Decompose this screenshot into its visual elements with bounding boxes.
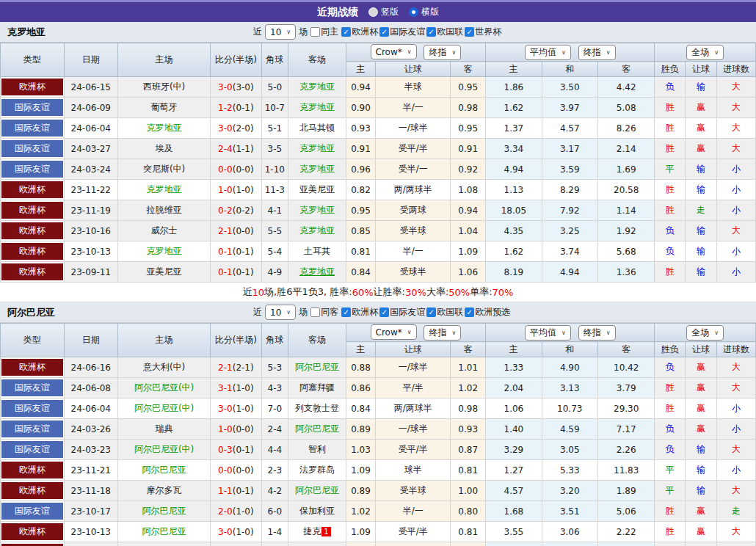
radio-unselected-icon[interactable] [409, 7, 418, 17]
league-filter-0[interactable]: ✓欧洲杯 [341, 306, 378, 318]
home-team-link[interactable]: 阿尔巴尼亚(中) [134, 382, 194, 393]
average-select[interactable]: 平均值∨ [525, 325, 571, 341]
home-team-link[interactable]: 阿尔巴尼亚 [142, 465, 186, 475]
odds-time-select[interactable]: 终指∨ [424, 325, 461, 341]
odds-time-select-value: 终指 [429, 46, 446, 59]
league-filter-3[interactable]: ✓世界杯 [465, 26, 501, 38]
league-filter-3[interactable]: ✓欧洲预选 [465, 306, 510, 318]
league-type-badge[interactable]: 欧洲杯 [1, 181, 63, 198]
odds-time-select[interactable]: 终指∨ [424, 45, 461, 60]
away-team-link[interactable]: 阿尔巴尼亚 [295, 423, 339, 434]
cell-result-match: 负 [655, 77, 686, 98]
cell-avg-home: 1.62 [486, 241, 542, 262]
league-filter-1[interactable]: ✓国际友谊 [379, 306, 425, 318]
checkbox-icon[interactable]: ✓ [379, 307, 389, 317]
league-filter-label: 欧洲预选 [475, 306, 510, 318]
half-score: (0-0) [233, 465, 254, 476]
league-type-badge[interactable]: 欧洲杯 [1, 243, 63, 260]
bookmaker-select[interactable]: Crow*∨ [371, 324, 417, 340]
checkbox-icon[interactable]: ✓ [341, 307, 351, 317]
cell-home-team: 威尔士 [117, 221, 210, 241]
checkbox-icon[interactable] [310, 307, 320, 317]
scope-select[interactable]: 全场∨ [686, 325, 724, 341]
away-team-link[interactable]: 克罗地亚 [299, 205, 335, 215]
subcol-result-goals: 进球数 [716, 342, 755, 357]
match-count-select[interactable]: 10 ∨ [265, 24, 296, 40]
home-team-link[interactable]: 阿尔巴尼亚 [142, 526, 186, 536]
full-score: 0-2 [218, 205, 233, 216]
league-type-badge[interactable]: 国际友谊 [1, 421, 63, 437]
away-team-link[interactable]: 克罗地亚 [299, 143, 335, 153]
checkbox-icon[interactable]: ✓ [465, 27, 474, 37]
average-time-select[interactable]: 终指∨ [578, 45, 616, 60]
layout-radio-horizontal[interactable]: 横版 [409, 6, 439, 18]
same-venue-checkbox[interactable]: 同客 [310, 306, 338, 318]
full-score: 3-1 [218, 383, 233, 393]
away-team-link[interactable]: 克罗地亚 [299, 81, 335, 92]
subcol-result: 胜负 [655, 342, 686, 357]
home-team-link[interactable]: 阿尔巴尼亚(中) [134, 403, 194, 413]
match-row: 欧洲杯24-06-16意大利(中)2-1(2-1)5-3阿尔巴尼亚0.88一/球… [1, 357, 756, 378]
away-team-link[interactable]: 克罗地亚 [299, 266, 335, 277]
league-type-badge[interactable]: 欧洲杯 [1, 482, 63, 499]
checkbox-icon[interactable]: ✓ [426, 307, 436, 317]
scope-select-value: 全场 [691, 46, 709, 59]
checkbox-icon[interactable] [310, 27, 320, 37]
league-type-badge[interactable]: 国际友谊 [1, 503, 63, 520]
league-type-badge[interactable]: 欧洲杯 [1, 222, 63, 239]
cell-odds-home: 0.92 [346, 542, 376, 546]
same-venue-checkbox[interactable]: 同主 [310, 26, 338, 38]
cell-league: 欧洲杯 [1, 262, 65, 283]
cell-score: 2-0(1-0) [211, 501, 261, 522]
league-type-badge[interactable]: 欧洲杯 [1, 79, 63, 95]
home-team-link[interactable]: 克罗地亚 [147, 246, 182, 256]
average-select-value: 平均值 [530, 327, 556, 339]
bookmaker-select-cell: Crow*∨ 终指∨ [346, 324, 486, 342]
match-count-select[interactable]: 10 ∨ [265, 305, 296, 320]
layout-radio-vertical[interactable]: 竖版 [368, 6, 399, 18]
league-type-badge[interactable]: 欧洲杯 [1, 263, 63, 280]
league-type-badge[interactable]: 国际友谊 [1, 161, 63, 178]
away-team-link[interactable]: 克罗地亚 [299, 164, 335, 174]
home-team-link[interactable]: 阿尔巴尼亚 [142, 506, 186, 516]
checkbox-icon[interactable]: ✓ [426, 27, 436, 37]
cell-handicap: 受平/半 [376, 440, 451, 460]
league-filter-2[interactable]: ✓欧国联 [426, 306, 463, 318]
scope-select[interactable]: 全场∨ [686, 45, 724, 60]
away-team-link[interactable]: 克罗地亚 [299, 225, 335, 236]
away-team-link[interactable]: 阿尔巴尼亚 [295, 362, 339, 372]
col-header-home: 主场 [117, 324, 210, 357]
col-header-home: 主场 [117, 43, 210, 77]
bookmaker-select[interactable]: Crow*∨ [371, 44, 417, 59]
league-type-badge[interactable]: 国际友谊 [1, 441, 63, 458]
league-type-badge[interactable]: 国际友谊 [1, 120, 63, 136]
average-select[interactable]: 平均值∨ [525, 45, 571, 60]
league-type-badge[interactable]: 欧洲杯 [1, 202, 63, 219]
checkbox-icon[interactable]: ✓ [341, 27, 351, 37]
league-type-badge[interactable]: 国际友谊 [1, 99, 63, 116]
cell-result-handicap: 赢 [686, 118, 717, 139]
league-type-badge[interactable]: 国际友谊 [1, 379, 63, 396]
checkbox-icon[interactable]: ✓ [465, 307, 474, 317]
league-filter-2[interactable]: ✓欧国联 [426, 26, 463, 38]
away-team-link[interactable]: 阿尔巴尼亚 [295, 485, 339, 495]
cell-odds-home: 0.89 [346, 419, 376, 440]
radio-selected-icon[interactable] [368, 7, 378, 17]
league-type-badge[interactable]: 欧洲杯 [1, 523, 63, 540]
cell-odds-home: 1.03 [346, 440, 376, 460]
away-team-link[interactable]: 克罗地亚 [299, 102, 335, 112]
home-team-link[interactable]: 克罗地亚 [147, 123, 182, 133]
cell-handicap: 两/两球半 [376, 180, 451, 200]
home-team-link[interactable]: 克罗地亚 [147, 184, 182, 194]
league-type-badge[interactable]: 国际友谊 [1, 400, 63, 417]
league-type-badge[interactable]: 欧洲杯 [1, 462, 63, 478]
checkbox-icon[interactable]: ✓ [379, 27, 389, 37]
average-time-select[interactable]: 终指∨ [578, 325, 616, 341]
cell-home-team: 阿尔巴尼亚(中) [117, 378, 210, 398]
cell-result-match: 平 [655, 159, 686, 180]
home-team-link[interactable]: 阿尔巴尼亚(中) [134, 444, 194, 454]
league-filter-1[interactable]: ✓国际友谊 [379, 26, 425, 38]
league-type-badge[interactable]: 欧洲杯 [1, 359, 63, 376]
league-filter-0[interactable]: ✓欧洲杯 [341, 26, 378, 38]
league-type-badge[interactable]: 国际友谊 [1, 140, 63, 157]
